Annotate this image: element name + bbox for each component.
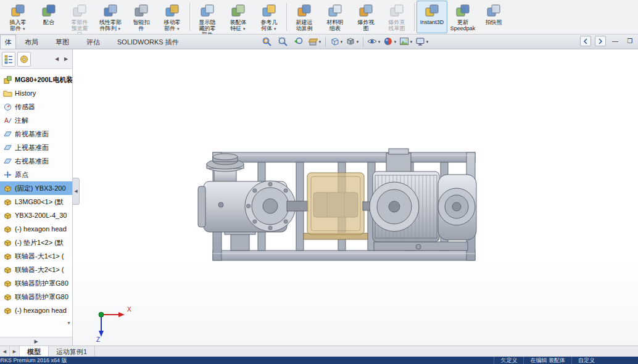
assembly-model[interactable] xyxy=(73,49,638,345)
zoom-area-icon xyxy=(278,36,288,48)
exploded-view-button[interactable]: 爆炸视图 xyxy=(350,1,381,33)
restore-button[interactable]: ❒ xyxy=(624,36,636,46)
mate-icon xyxy=(41,2,57,19)
tree-item[interactable]: 上视基准面 xyxy=(0,141,72,154)
tree-item[interactable]: (-) hexagon head xyxy=(0,222,72,236)
take-snapshot-icon xyxy=(486,2,502,19)
dropdown-arrow-icon: ▼ xyxy=(117,27,122,31)
section-view-button[interactable]: ▼ xyxy=(307,36,322,49)
tab-assembly-partial[interactable]: 体 xyxy=(0,35,16,49)
tree-item-label: History xyxy=(15,89,36,97)
tree-item[interactable]: 联轴器-大2<1> ( xyxy=(0,263,72,276)
next-document-button[interactable] xyxy=(595,36,606,46)
propertymanager-tab[interactable] xyxy=(17,52,31,67)
bill-of-materials-button[interactable]: 材料明细表 xyxy=(320,1,350,33)
dropdown-arrow-icon: ▼ xyxy=(426,40,429,44)
bottom-tabs-right-button[interactable]: ▶ xyxy=(10,346,20,357)
svg-text:A: A xyxy=(4,117,9,124)
view-orientation-button[interactable]: ▼ xyxy=(329,36,344,49)
tree-item[interactable]: 前视基准面 xyxy=(0,127,72,141)
hide-show-items-icon xyxy=(367,36,377,48)
command-tabs: 体布局草图评估SOLIDWORKS 插件 xyxy=(0,35,188,49)
tree-item[interactable]: 右视基准面 xyxy=(0,154,72,168)
toolbar-separator xyxy=(363,37,363,47)
assembly-features-button[interactable]: 装配体特征 ▼ xyxy=(223,1,254,33)
tree-item[interactable]: 原点 xyxy=(0,168,72,181)
reference-geometry-button[interactable]: 参考几何体 ▼ xyxy=(254,1,284,33)
ribbon-group: 新建运动算例材料明细表爆炸视图爆炸直线草图 xyxy=(289,1,412,33)
bottom-tabs-left-button[interactable]: ◀ xyxy=(0,346,10,357)
hide-show-items-button[interactable]: ▼ xyxy=(367,36,381,49)
zoom-area-button[interactable] xyxy=(275,36,290,49)
tree-item[interactable]: 传感器 xyxy=(0,100,72,114)
mate-button[interactable]: 配合 xyxy=(33,1,64,33)
tree-scroll-up-button[interactable]: ▲ xyxy=(67,74,71,79)
component-preview-window-button[interactable]: 零部件预览窗口 xyxy=(64,1,95,33)
tree-scroll-right-button[interactable]: ▶ xyxy=(31,339,40,344)
tree-item[interactable]: MG80+200L电机装 xyxy=(0,73,72,86)
edit-appearance-button[interactable]: ▼ xyxy=(383,36,397,49)
tree-item[interactable]: (-) 垫片1<2> (默 xyxy=(0,236,72,249)
dropdown-arrow-icon: ▼ xyxy=(356,40,360,44)
ribbon-button-label: 拍快照 xyxy=(486,19,502,25)
insert-components-icon xyxy=(10,2,26,19)
previous-document-button[interactable] xyxy=(580,36,591,46)
tree-scroll-down-button[interactable]: ▼ xyxy=(67,321,71,326)
tree-item[interactable]: YBX3-200L-4_30 xyxy=(0,209,72,222)
tree-item-label: 传感器 xyxy=(15,102,35,112)
tree-item[interactable]: (-) hexagon head xyxy=(0,304,72,317)
tree-item[interactable]: A注解 xyxy=(0,114,72,127)
apply-scene-button[interactable]: ▼ xyxy=(399,36,413,49)
toolbar-separator xyxy=(325,37,326,47)
tree-item-label: (固定) YBX3-200 xyxy=(15,184,66,193)
ribbon-button-label: 零部件预览窗口 xyxy=(72,19,88,35)
tree-item-label: L3MG80<1> (默 xyxy=(15,197,64,207)
plane-icon xyxy=(3,157,12,166)
tree-item-label: 前视基准面 xyxy=(15,130,49,139)
status-item: 自定义 xyxy=(571,357,601,364)
insert-components-button[interactable]: 插入零部件 ▼ xyxy=(2,1,33,33)
new-motion-study-button[interactable]: 新建运动算例 xyxy=(289,1,320,33)
panel-collapse-handle[interactable]: ◀ xyxy=(73,178,80,205)
update-speedpak-button[interactable]: 更新Speedpak xyxy=(447,1,478,33)
previous-view-button[interactable] xyxy=(291,36,306,49)
show-hidden-components-button[interactable]: 显示隐藏的零部件 xyxy=(192,1,223,33)
bottom-tab-1[interactable]: 运动算例1 xyxy=(49,346,95,357)
y-axis-origin xyxy=(99,312,104,317)
featuremanager-tab[interactable] xyxy=(2,52,15,67)
explode-line-sketch-button[interactable]: 爆炸直线草图 xyxy=(381,1,412,33)
tab-4[interactable]: SOLIDWORKS 插件 xyxy=(109,35,188,49)
move-component-button[interactable]: 移动零部件 ▼ xyxy=(157,1,188,33)
view-settings-button[interactable]: ▼ xyxy=(415,36,429,49)
component-preview-window-icon xyxy=(72,2,88,19)
tree-item[interactable]: 联轴器防护罩G80 xyxy=(0,276,72,290)
exploded-view-icon xyxy=(358,2,374,19)
tab-1[interactable]: 布局 xyxy=(16,35,47,49)
take-snapshot-button[interactable]: 拍快照 xyxy=(478,1,509,33)
linear-component-pattern-icon xyxy=(102,2,118,19)
tree-item[interactable]: (固定) YBX3-200 xyxy=(0,181,72,195)
tree-item[interactable]: L3MG80<1> (默 xyxy=(0,195,72,209)
ribbon-button-label: Instant3D xyxy=(420,19,444,25)
graphics-viewport[interactable]: X Z ◀ xyxy=(73,49,638,345)
instant3d-button[interactable]: Instant3D xyxy=(416,1,447,33)
linear-component-pattern-button[interactable]: 线性零部件阵列 ▼ xyxy=(95,1,126,33)
ribbon-group: 插入零部件 ▼配合零部件预览窗口线性零部件阵列 ▼智能扣件移动零部件 ▼ xyxy=(2,1,188,33)
dropdown-arrow-icon: ▼ xyxy=(21,27,26,31)
tree-item[interactable]: History xyxy=(0,86,72,100)
tree-item[interactable]: 联轴器-大1<1> ( xyxy=(0,249,72,263)
edit-appearance-icon xyxy=(383,36,393,48)
tree-item[interactable]: 联轴器防护罩G80 xyxy=(0,290,72,304)
tab-3[interactable]: 评估 xyxy=(78,35,109,49)
panel-tabs-right-button[interactable]: ▶ xyxy=(62,54,70,65)
panel-tabs-left-button[interactable]: ◀ xyxy=(52,54,61,65)
smart-fasteners-button[interactable]: 智能扣件 xyxy=(126,1,157,33)
part-icon xyxy=(3,252,12,261)
bottom-tab-0[interactable]: 模型 xyxy=(20,346,49,357)
tab-2[interactable]: 草图 xyxy=(47,35,78,49)
display-style-button[interactable]: ▼ xyxy=(345,36,360,49)
zoom-fit-button[interactable] xyxy=(259,36,274,49)
tree-item-label: (-) 垫片1<2> (默 xyxy=(15,238,64,247)
minimize-button[interactable]: — xyxy=(610,36,621,46)
dropdown-arrow-icon: ▼ xyxy=(272,27,277,31)
